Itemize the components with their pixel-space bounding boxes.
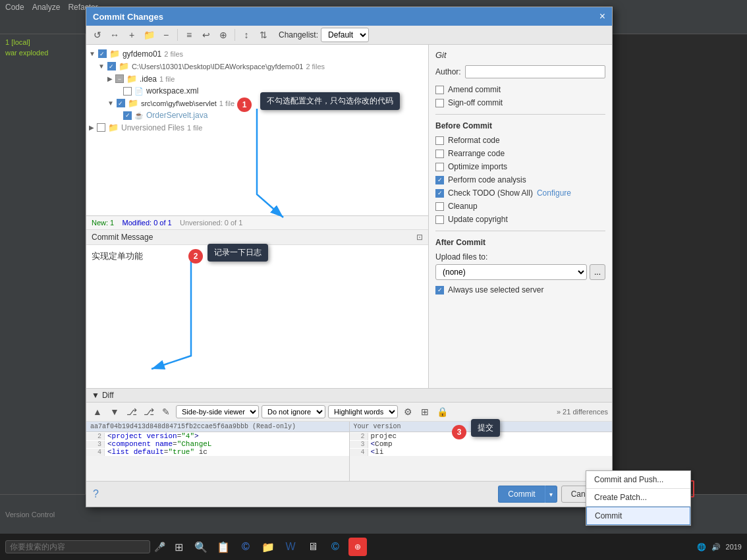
diff-right-content-3: <li bbox=[368, 448, 387, 456]
commit-main-button[interactable]: Commit bbox=[498, 486, 544, 503]
diff-copy-left-btn[interactable]: ⎇ bbox=[124, 405, 139, 419]
taskbar-monitor-icon[interactable]: 🖥 bbox=[304, 538, 322, 556]
diff-rename-btn[interactable]: ✎ bbox=[159, 405, 173, 419]
dialog-footer: ? Commit ▾ Cancel bbox=[86, 481, 612, 507]
diff-left-linenum-3: 4 bbox=[86, 449, 105, 456]
tree-item-orderservlet[interactable]: ✓ ☕ OrderServelt.java bbox=[86, 109, 428, 121]
toolbar-add-btn[interactable]: + bbox=[124, 28, 139, 42]
toolbar-move-btn[interactable]: ↔ bbox=[107, 28, 122, 42]
checkbox-workspace[interactable] bbox=[123, 87, 132, 96]
diff-settings-btn[interactable]: ⚙ bbox=[401, 405, 415, 419]
toolbar-groupby-btn[interactable]: ≡ bbox=[182, 28, 196, 42]
checkbox-cleanup[interactable] bbox=[435, 202, 444, 211]
diff-toolbar: ▲ ▼ ⎇ ⎇ ✎ Side-by-side viewer Do not ign… bbox=[86, 403, 612, 422]
dropdown-commit[interactable]: Commit bbox=[586, 507, 690, 525]
dialog-close-button[interactable]: × bbox=[599, 11, 605, 22]
diff-count: » 21 differences bbox=[557, 408, 608, 416]
file-tree[interactable]: ▼ ✓ 📁 gyfdemo01 2 files ▼ ✓ 📁 C:\Users\1… bbox=[86, 45, 428, 216]
taskbar-search-input[interactable] bbox=[5, 540, 150, 553]
taskbar-chrome-icon[interactable]: © bbox=[236, 538, 255, 556]
checkbox-unversioned[interactable] bbox=[97, 123, 105, 132]
tree-item-unversioned[interactable]: ▶ 📁 Unversioned Files 1 file bbox=[86, 121, 428, 134]
diff-viewer-select[interactable]: Side-by-side viewer bbox=[176, 405, 259, 418]
toolbar-filter-btn[interactable]: ⇅ bbox=[256, 28, 271, 42]
commit-dialog: Commit Changes × ↺ ↔ + 📁 − ≡ ↩ ⊕ ↕ ⇅ Cha… bbox=[86, 7, 613, 507]
toolbar-folder-btn[interactable]: 📁 bbox=[142, 28, 156, 42]
mic-icon: 🎤 bbox=[154, 542, 165, 552]
toolbar-refresh-btn[interactable]: ↺ bbox=[90, 28, 105, 42]
annotation-bubble-1: 不勾选配置文件，只勾选你改的代码 bbox=[260, 92, 400, 110]
option-todo: ✓ Check TODO (Show All) Configure bbox=[435, 188, 605, 198]
upload-select[interactable]: (none) bbox=[435, 264, 587, 280]
diff-expand-icon[interactable]: ▼ bbox=[92, 391, 99, 400]
option-analysis: ✓ Perform code analysis bbox=[435, 175, 605, 184]
checkbox-analysis[interactable]: ✓ bbox=[435, 176, 444, 184]
expand-icon: ⊡ bbox=[416, 233, 423, 242]
diff-copy-right-btn[interactable]: ⎇ bbox=[142, 405, 156, 419]
tree-item-path[interactable]: ▼ ✓ 📁 C:\Users\10301\Desktop\IDEAWorkspa… bbox=[86, 60, 428, 72]
java-file-icon: ☕ bbox=[134, 111, 144, 120]
checkbox-rearrange[interactable] bbox=[435, 150, 444, 158]
checkbox-optimize[interactable] bbox=[435, 163, 444, 171]
help-button[interactable]: ? bbox=[93, 488, 99, 500]
annotation-bubble-2: 记录一下日志 bbox=[208, 244, 268, 262]
taskbar-folder-icon[interactable]: 📁 bbox=[259, 538, 277, 556]
menu-analyze[interactable]: Analyze bbox=[32, 3, 61, 12]
checkbox-copyright[interactable] bbox=[435, 215, 444, 224]
diff-right-content-1: projec bbox=[368, 432, 400, 440]
commit-dropdown-button[interactable]: ▾ bbox=[545, 486, 557, 503]
taskbar-taskview-icon[interactable]: 📋 bbox=[214, 538, 233, 556]
folder-icon-path: 📁 bbox=[119, 61, 129, 71]
diff-ignore-select[interactable]: Do not ignore bbox=[262, 405, 325, 418]
taskbar-word-icon[interactable]: W bbox=[281, 538, 300, 556]
author-input[interactable] bbox=[465, 65, 605, 78]
checkbox-always-server[interactable]: ✓ bbox=[435, 286, 444, 294]
checkbox-signoff[interactable] bbox=[435, 99, 444, 107]
sidebar-item-war: war exploded bbox=[3, 47, 82, 58]
diff-next-btn[interactable]: ▼ bbox=[107, 405, 122, 419]
checkbox-todo[interactable]: ✓ bbox=[435, 189, 444, 198]
diff-left-line-2: 3 <component name="ChangeL bbox=[86, 440, 349, 448]
dropdown-create-patch[interactable]: Create Patch... bbox=[586, 489, 690, 506]
menu-code[interactable]: Code bbox=[5, 3, 24, 12]
diff-section: ▼ Diff ▲ ▼ ⎇ ⎇ ✎ Side-by-side viewer Do … bbox=[86, 388, 612, 481]
taskbar-clion-icon[interactable]: © bbox=[326, 538, 345, 556]
annotation-circle-1: 1 bbox=[237, 98, 252, 112]
diff-content: aa7af04b19d413d848d84715fb2ccae5f6aa9bbb… bbox=[86, 422, 612, 481]
diff-grid-btn[interactable]: ⊞ bbox=[418, 405, 432, 419]
before-commit-title: Before Commit bbox=[435, 121, 605, 130]
commit-message-textarea[interactable]: 实现定单功能 bbox=[86, 245, 428, 388]
tree-item-idea[interactable]: ▶ − 📁 .idea 1 file bbox=[86, 72, 428, 85]
unversioned-icon: 📁 bbox=[108, 123, 119, 132]
checkbox-idea[interactable]: − bbox=[115, 74, 124, 83]
checkbox-reformat[interactable] bbox=[435, 136, 444, 145]
taskbar-right-area: 🌐 🔊 2019 bbox=[697, 543, 742, 551]
commit-message-label-bar: Commit Message ⊡ bbox=[86, 230, 428, 245]
toolbar-minus-btn[interactable]: − bbox=[159, 28, 173, 42]
taskbar: 🎤 ⊞ 🔍 📋 © 📁 W 🖥 © ⊕ 🌐 🔊 2019 bbox=[0, 534, 747, 560]
configure-link[interactable]: Configure bbox=[537, 188, 571, 198]
toolbar-expand-btn[interactable]: ⊕ bbox=[216, 28, 231, 42]
dialog-right-panel: Git Author: Amend commit Sign-off commit… bbox=[429, 45, 612, 388]
checkbox-servlet-folder[interactable]: ✓ bbox=[117, 99, 125, 107]
checkbox-path[interactable]: ✓ bbox=[107, 62, 116, 70]
dropdown-commit-push[interactable]: Commit and Push... bbox=[586, 471, 690, 488]
taskbar-time: 2019 bbox=[726, 543, 742, 551]
tree-item-root[interactable]: ▼ ✓ 📁 gyfdemo01 2 files bbox=[86, 47, 428, 60]
toolbar-undo-btn[interactable]: ↩ bbox=[199, 28, 213, 42]
taskbar-search-icon[interactable]: 🔍 bbox=[192, 538, 210, 556]
taskbar-windows-icon[interactable]: ⊞ bbox=[169, 538, 188, 556]
changelist-select[interactable]: Default bbox=[321, 28, 369, 42]
checkbox-orderservlet[interactable]: ✓ bbox=[123, 111, 132, 120]
toolbar-sort-btn[interactable]: ↕ bbox=[239, 28, 254, 42]
diff-highlight-select[interactable]: Highlight words bbox=[328, 405, 398, 418]
upload-btn[interactable]: ... bbox=[590, 264, 605, 280]
author-label: Author: bbox=[435, 67, 461, 76]
checkbox-amend[interactable] bbox=[435, 86, 444, 94]
option-always-server: ✓ Always use selected server bbox=[435, 285, 605, 294]
diff-prev-btn[interactable]: ▲ bbox=[90, 405, 105, 419]
taskbar-idea-icon[interactable]: ⊕ bbox=[348, 538, 367, 556]
diff-lock-btn[interactable]: 🔒 bbox=[435, 405, 449, 419]
checkbox-root[interactable]: ✓ bbox=[98, 49, 107, 58]
label-signoff: Sign-off commit bbox=[448, 98, 503, 107]
